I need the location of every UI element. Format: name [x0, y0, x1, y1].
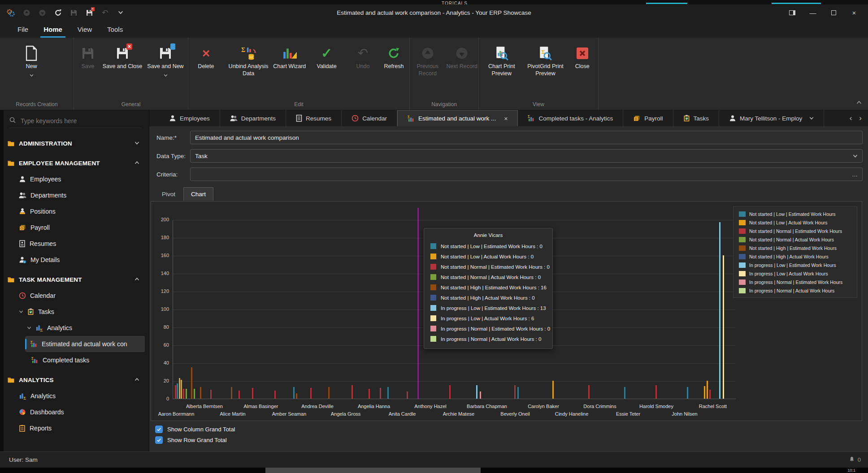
- sidebar-item-dashboards[interactable]: Dashboards: [0, 404, 149, 420]
- bar[interactable]: [517, 387, 519, 399]
- new-button[interactable]: New: [0, 42, 63, 79]
- bar[interactable]: [191, 367, 192, 399]
- validate-button[interactable]: ✓ Validate: [306, 42, 347, 70]
- sidebar-item-estimated-and-actual-work-con[interactable]: ΣEstimated and actual work con: [25, 336, 145, 352]
- close-button[interactable]: Close: [566, 42, 598, 70]
- sidebar-item-reports[interactable]: Reports: [0, 420, 149, 436]
- sidebar-item-analytics[interactable]: ANALYTICS: [0, 372, 149, 388]
- doc-tab-completed-tasks-analytics[interactable]: Σ Completed tasks - Analytics: [518, 110, 623, 126]
- save-close-icon[interactable]: ×: [85, 8, 94, 17]
- bar[interactable]: [719, 222, 720, 399]
- sidebar-item-positions[interactable]: Positions: [0, 203, 149, 219]
- bar[interactable]: [252, 388, 253, 399]
- section-chevron-icon[interactable]: [135, 377, 139, 383]
- sidebar-item-administration[interactable]: ADMINISTRATION: [0, 135, 149, 151]
- bar[interactable]: [210, 390, 212, 399]
- sidebar-item-calendar[interactable]: Calendar: [0, 288, 149, 304]
- sidebar-item-completed-tasks[interactable]: ΣCompleted tasks: [0, 352, 149, 368]
- view-tab-pivot[interactable]: Pivot: [155, 187, 182, 201]
- menu-view[interactable]: View: [70, 21, 100, 38]
- sidebar-item-analytics[interactable]: ΣAnalytics: [0, 320, 149, 336]
- section-chevron-icon[interactable]: [135, 160, 139, 167]
- dropdown-chevron-icon[interactable]: [853, 150, 858, 162]
- doc-tab-payroll[interactable]: Payroll: [623, 110, 673, 126]
- sidebar-item-payroll[interactable]: Payroll: [0, 219, 149, 236]
- maximize-button[interactable]: [823, 4, 844, 21]
- doc-tab-resumes[interactable]: Resumes: [286, 110, 342, 126]
- bar[interactable]: [177, 383, 178, 399]
- doc-tab-tasks[interactable]: Tasks: [673, 110, 720, 126]
- bar[interactable]: [200, 387, 201, 399]
- checkbox-show-row-grand-total[interactable]: Show Row Grand Total: [155, 434, 227, 445]
- bar[interactable]: [183, 389, 184, 399]
- doc-tab-departments[interactable]: Departments: [220, 110, 286, 126]
- chevron-down-icon[interactable]: [116, 8, 125, 17]
- sidebar-item-employee-management[interactable]: EMPLOYEE MANAGEMENT: [0, 155, 149, 171]
- bar[interactable]: [655, 385, 657, 399]
- doc-tab-calendar[interactable]: Calendar: [342, 110, 397, 126]
- save-icon[interactable]: [69, 8, 78, 17]
- undo-icon[interactable]: ↶: [100, 8, 109, 17]
- circle-down-icon[interactable]: [38, 8, 47, 17]
- ellipsis-button[interactable]: …: [852, 168, 858, 181]
- menu-home[interactable]: Home: [36, 21, 70, 38]
- delete-button[interactable]: × Delete: [188, 42, 224, 70]
- bar[interactable]: [181, 380, 182, 399]
- bar[interactable]: [310, 388, 312, 399]
- checkbox-show-column-grand-total[interactable]: Show Column Grand Total: [155, 424, 235, 434]
- refresh-button[interactable]: Refresh: [378, 42, 409, 70]
- sidebar-item-departments[interactable]: Departments: [0, 187, 149, 203]
- menu-tools[interactable]: Tools: [100, 21, 130, 38]
- bar[interactable]: [179, 378, 180, 399]
- criteria-field[interactable]: …: [190, 168, 863, 181]
- scroll-tabs-left-icon[interactable]: ‹: [850, 114, 852, 123]
- bar[interactable]: [687, 387, 688, 399]
- pivotgrid-print-preview-button[interactable]: Σ PivotGrid Print Preview: [525, 42, 567, 77]
- name-field[interactable]: Estimated and actual work comparison: [190, 131, 863, 144]
- bar[interactable]: [480, 391, 481, 399]
- bar[interactable]: [175, 385, 176, 399]
- bar[interactable]: [624, 387, 625, 399]
- sidebar-item-tasks[interactable]: Tasks: [0, 304, 149, 320]
- checkbox-icon[interactable]: [155, 436, 163, 444]
- expander-chevron-icon[interactable]: [19, 310, 23, 314]
- bar[interactable]: [369, 389, 370, 399]
- bar[interactable]: [274, 391, 276, 399]
- data-type-field[interactable]: Task: [190, 149, 863, 163]
- bar[interactable]: [707, 381, 708, 399]
- chart-wizard-button[interactable]: Chart Wizard: [273, 42, 306, 70]
- bar[interactable]: [239, 391, 240, 399]
- doc-tab-employees[interactable]: Employees: [159, 110, 220, 126]
- bar[interactable]: [231, 387, 232, 399]
- sidebar-item-employees[interactable]: Employees: [0, 171, 149, 187]
- chart-print-preview-button[interactable]: Chart Print Preview: [479, 42, 525, 77]
- bar[interactable]: [709, 390, 711, 399]
- tab-close-icon[interactable]: ×: [504, 115, 508, 122]
- bar[interactable]: [514, 385, 516, 399]
- save-and-close-button[interactable]: × Save and Close: [102, 42, 143, 70]
- sidebar-item-analytics[interactable]: ΣAnalytics: [0, 388, 149, 404]
- doc-tab-mary-tellitson-employ[interactable]: Mary Tellitson - Employ: [719, 110, 824, 126]
- unbind-analysis-data-button[interactable]: Σ Unbind Analysis Data: [224, 42, 273, 77]
- bar[interactable]: [328, 387, 330, 399]
- view-tab-chart[interactable]: Chart: [183, 187, 213, 201]
- layout-panel-button[interactable]: [782, 4, 803, 21]
- tab-dropdown-chevron-icon[interactable]: [809, 116, 814, 120]
- bar[interactable]: [588, 385, 590, 399]
- bar[interactable]: [194, 389, 195, 399]
- sidebar-search[interactable]: [9, 114, 142, 128]
- bar[interactable]: [723, 255, 724, 399]
- bar[interactable]: [352, 385, 353, 399]
- close-button[interactable]: ×: [844, 4, 864, 21]
- bar[interactable]: [296, 393, 297, 399]
- bar[interactable]: [387, 387, 389, 399]
- bar[interactable]: [407, 391, 408, 399]
- sidebar-item-task-management[interactable]: TASK MANAGEMENT: [0, 271, 149, 288]
- search-input[interactable]: [21, 117, 128, 125]
- bar[interactable]: [449, 385, 451, 399]
- ribbon-collapse-chevron-icon[interactable]: [856, 99, 862, 107]
- doc-tab-estimated-and-actual-work-[interactable]: Σ Estimated and actual work ...×: [397, 110, 518, 126]
- bar[interactable]: [186, 389, 187, 399]
- refresh-icon[interactable]: [53, 8, 62, 17]
- scroll-tabs-right-icon[interactable]: ›: [859, 114, 862, 123]
